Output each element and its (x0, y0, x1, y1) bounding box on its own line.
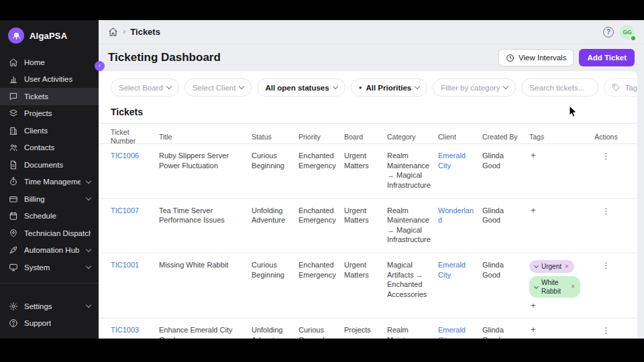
ticket-created-by: Glinda Good (482, 260, 529, 280)
sidebar-item-contacts[interactable]: Contacts (0, 139, 99, 157)
table-row: TIC1001 Missing White Rabbit Curious Beg… (99, 253, 637, 318)
sidebar-item-settings[interactable]: Settings (0, 298, 99, 315)
chevron-down-icon (86, 263, 91, 269)
chevron-down-icon (239, 84, 244, 89)
client-link[interactable]: Wonderland (438, 206, 482, 225)
add-tag-button[interactable]: + (529, 151, 537, 160)
ticket-category: Magical Artifacts → Enchanted Accessorie… (387, 260, 438, 300)
client-link[interactable]: Emerald City (438, 260, 482, 280)
breadcrumb-current[interactable]: Tickets (130, 27, 160, 37)
row-actions-menu-icon[interactable]: ⋮ (598, 151, 614, 162)
col-header-client[interactable]: Client (438, 133, 482, 141)
sidebar-item-support[interactable]: Support (0, 315, 99, 333)
monitor-icon (8, 262, 18, 272)
ticket-number-link[interactable]: TIC1003 (111, 325, 159, 335)
add-tag-button[interactable]: + (529, 325, 537, 334)
credit-card-icon (8, 194, 18, 204)
chevron-down-icon (86, 302, 91, 308)
chevron-down-icon (503, 84, 508, 89)
content-card: Select Board Select Client All open stat… (99, 71, 637, 339)
col-header-ticket-number[interactable]: Ticket Number (111, 128, 159, 145)
breadcrumb-separator: › (123, 26, 125, 36)
row-actions-menu-icon[interactable]: ⋮ (598, 260, 614, 271)
ticket-status: Unfolding Adventure (252, 325, 299, 339)
ticket-priority: Enchanted Emergency (299, 260, 344, 280)
tag-pill-white-rabbit[interactable]: White Rabbit × (529, 276, 580, 298)
sidebar-item-tickets[interactable]: Tickets (0, 88, 99, 105)
sidebar-item-billing[interactable]: Billing (0, 190, 99, 208)
col-header-created-by[interactable]: Created By (482, 133, 529, 141)
chevron-down-icon (86, 178, 91, 184)
app-logo[interactable]: AlgaPSA (0, 20, 99, 50)
row-actions-menu-icon[interactable]: ⋮ (598, 325, 614, 336)
search-input[interactable] (521, 78, 598, 97)
chevron-down-icon (332, 84, 337, 89)
priority-filter-dropdown[interactable]: ● All Priorities (351, 78, 428, 97)
avatar[interactable]: GG (620, 25, 635, 40)
tag-pill-urgent[interactable]: Urgent × (529, 260, 574, 273)
sidebar-item-system[interactable]: System (0, 259, 99, 276)
chevron-down-icon (86, 247, 91, 252)
col-header-actions: Actions (587, 133, 625, 141)
breadcrumb: › Tickets ? GG (99, 20, 644, 44)
select-client-dropdown[interactable]: Select Client (184, 78, 252, 97)
tags-cell: Urgent × White Rabbit × + (529, 260, 587, 310)
sidebar-item-documents[interactable]: Documents (0, 156, 99, 174)
add-tag-button[interactable]: + (529, 301, 537, 310)
client-link[interactable]: Emerald City (438, 151, 482, 170)
actions-cell: ⋮ (587, 151, 625, 162)
col-header-priority[interactable]: Priority (299, 133, 344, 141)
sidebar-item-user-activities[interactable]: User Activities (0, 71, 99, 88)
col-header-title[interactable]: Title (159, 133, 252, 141)
ticket-status: Curious Beginning (252, 151, 299, 170)
sidebar-item-automation-hub[interactable]: Automation Hub (0, 242, 99, 259)
sidebar-item-technician-dispatch[interactable]: Technician Dispatch (0, 225, 99, 242)
row-actions-menu-icon[interactable]: ⋮ (598, 206, 614, 217)
actions-cell: ⋮ (587, 325, 625, 336)
category-filter-dropdown[interactable]: Filter by category (433, 78, 516, 97)
sidebar-collapse-button[interactable]: ‹ (95, 61, 105, 71)
select-board-dropdown[interactable]: Select Board (111, 78, 179, 97)
ticket-number-link[interactable]: TIC1007 (111, 206, 159, 216)
chat-bubble-icon (8, 91, 18, 101)
ticket-title: Ruby Slippers Server Power Fluctuation (159, 151, 252, 170)
bar-chart-icon (8, 74, 18, 84)
remove-tag-icon[interactable]: × (565, 263, 569, 270)
sidebar-item-time-management[interactable]: Time Management (0, 174, 99, 191)
sidebar-item-schedule[interactable]: Schedule (0, 208, 99, 225)
ticket-title: Missing White Rabbit (159, 260, 252, 270)
ticket-number-link[interactable]: TIC1006 (111, 151, 159, 161)
view-intervals-button[interactable]: View Intervals (498, 49, 574, 66)
col-header-board[interactable]: Board (344, 133, 387, 141)
help-circle-icon (8, 318, 18, 328)
ticket-category: Realm Maintenance → Magical Infrastructu… (387, 325, 438, 339)
sidebar-item-projects[interactable]: Projects (0, 105, 99, 123)
add-tag-button[interactable]: + (529, 206, 537, 215)
sidebar-item-clients[interactable]: Clients (0, 122, 99, 139)
ticket-priority: Enchanted Emergency (299, 206, 344, 225)
status-filter-dropdown[interactable]: All open statuses (257, 78, 345, 97)
help-icon[interactable]: ? (603, 27, 614, 38)
table-row: TIC1007 Tea Time Server Performance Issu… (99, 199, 637, 254)
col-header-status[interactable]: Status (252, 133, 299, 141)
ticket-status: Unfolding Adventure (252, 206, 299, 225)
add-ticket-button[interactable]: Add Ticket (579, 49, 635, 66)
page-title: Ticketing Dashboard (108, 51, 221, 64)
tags-filter-button[interactable]: Tags Filter (604, 78, 637, 97)
filter-bar: Select Board Select Client All open stat… (99, 78, 637, 97)
client-link[interactable]: Emerald City (438, 325, 482, 339)
ticket-board: Urgent Matters (344, 151, 387, 170)
online-status-dot (631, 36, 635, 40)
calendar-icon (8, 211, 18, 221)
home-breadcrumb-icon[interactable] (108, 27, 118, 37)
col-header-category[interactable]: Category (387, 133, 438, 141)
ticket-board: Urgent Matters (344, 206, 387, 225)
ticket-title: Enhance Emerald City Gardens (159, 325, 252, 339)
table-row: TIC1006 Ruby Slippers Server Power Fluct… (99, 144, 637, 199)
clock-icon (506, 54, 515, 62)
remove-tag-icon[interactable]: × (571, 284, 575, 290)
sidebar-item-home[interactable]: Home (0, 54, 99, 71)
ticket-number-link[interactable]: TIC1001 (111, 260, 159, 270)
chevron-down-icon (534, 263, 539, 268)
ticket-title: Tea Time Server Performance Issues (159, 206, 252, 225)
